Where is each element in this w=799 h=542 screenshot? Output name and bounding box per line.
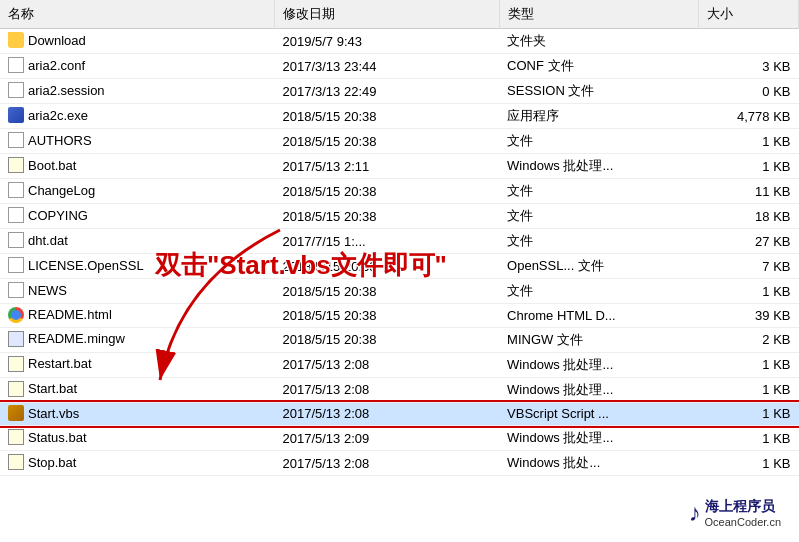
file-size: 1 KB (699, 352, 799, 377)
file-type: Windows 批处理... (499, 426, 699, 451)
table-row[interactable]: Start.vbs 2017/5/13 2:08 VBScript Script… (0, 402, 799, 426)
table-row[interactable]: aria2.conf 2017/3/13 23:44 CONF 文件 3 KB (0, 54, 799, 79)
file-name: Start.vbs (0, 402, 274, 426)
col-name-header[interactable]: 名称 (0, 0, 274, 29)
file-date: 2017/5/13 2:08 (274, 451, 499, 476)
file-size (699, 29, 799, 54)
col-date-header[interactable]: 修改日期 (274, 0, 499, 29)
file-type: Windows 批处理... (499, 377, 699, 402)
file-name: dht.dat (0, 229, 274, 254)
file-type: MINGW 文件 (499, 327, 699, 352)
file-icon-generic (8, 82, 24, 98)
file-size: 18 KB (699, 204, 799, 229)
file-icon-generic (8, 132, 24, 148)
file-icon-generic (8, 257, 24, 273)
table-row[interactable]: Stop.bat 2017/5/13 2:08 Windows 批处... 1 … (0, 451, 799, 476)
file-name: aria2.conf (0, 54, 274, 79)
file-type: Windows 批处... (499, 451, 699, 476)
file-type: OpenSSL... 文件 (499, 254, 699, 279)
file-size: 2 KB (699, 327, 799, 352)
file-size: 4,778 KB (699, 104, 799, 129)
file-size: 39 KB (699, 304, 799, 328)
table-row[interactable]: README.mingw 2018/5/15 20:38 MINGW 文件 2 … (0, 327, 799, 352)
file-icon-generic (8, 282, 24, 298)
file-date: 2018/5/15 20:38 (274, 254, 499, 279)
table-row[interactable]: Restart.bat 2017/5/13 2:08 Windows 批处理..… (0, 352, 799, 377)
file-type: CONF 文件 (499, 54, 699, 79)
file-date: 2017/5/13 2:09 (274, 426, 499, 451)
file-size: 1 KB (699, 377, 799, 402)
file-size: 1 KB (699, 451, 799, 476)
file-date: 2018/5/15 20:38 (274, 304, 499, 328)
table-row[interactable]: aria2c.exe 2018/5/15 20:38 应用程序 4,778 KB (0, 104, 799, 129)
file-explorer: 名称 修改日期 类型 大小 Download 2019/5/7 9:43 文件夹… (0, 0, 799, 542)
file-name: aria2c.exe (0, 104, 274, 129)
file-size: 3 KB (699, 54, 799, 79)
table-row[interactable]: Status.bat 2017/5/13 2:09 Windows 批处理...… (0, 426, 799, 451)
file-icon-bat (8, 454, 24, 470)
file-icon-bat (8, 157, 24, 173)
file-name: ChangeLog (0, 179, 274, 204)
file-date: 2017/5/13 2:11 (274, 154, 499, 179)
file-name: README.mingw (0, 327, 274, 352)
table-row[interactable]: Start.bat 2017/5/13 2:08 Windows 批处理... … (0, 377, 799, 402)
file-list: Download 2019/5/7 9:43 文件夹 aria2.conf 20… (0, 29, 799, 476)
file-date: 2017/3/13 22:49 (274, 79, 499, 104)
file-date: 2018/5/15 20:38 (274, 104, 499, 129)
file-type: Windows 批处理... (499, 352, 699, 377)
file-date: 2018/5/15 20:38 (274, 129, 499, 154)
file-name: Restart.bat (0, 352, 274, 377)
file-size: 7 KB (699, 254, 799, 279)
file-type: Chrome HTML D... (499, 304, 699, 328)
file-size: 1 KB (699, 154, 799, 179)
file-name: Start.bat (0, 377, 274, 402)
table-row[interactable]: NEWS 2018/5/15 20:38 文件 1 KB (0, 279, 799, 304)
table-row[interactable]: LICENSE.OpenSSL 2018/5/15 20:38 OpenSSL.… (0, 254, 799, 279)
file-icon-generic (8, 57, 24, 73)
table-row[interactable]: Boot.bat 2017/5/13 2:11 Windows 批处理... 1… (0, 154, 799, 179)
file-name: README.html (0, 304, 274, 328)
file-date: 2017/7/15 1:... (274, 229, 499, 254)
file-name: LICENSE.OpenSSL (0, 254, 274, 279)
file-name: NEWS (0, 279, 274, 304)
file-size: 1 KB (699, 129, 799, 154)
file-size: 27 KB (699, 229, 799, 254)
file-type: 文件 (499, 129, 699, 154)
table-row[interactable]: ChangeLog 2018/5/15 20:38 文件 11 KB (0, 179, 799, 204)
file-type: 文件 (499, 204, 699, 229)
table-row[interactable]: AUTHORS 2018/5/15 20:38 文件 1 KB (0, 129, 799, 154)
table-row[interactable]: dht.dat 2017/7/15 1:... 文件 27 KB (0, 229, 799, 254)
file-date: 2019/5/7 9:43 (274, 29, 499, 54)
file-icon-bat (8, 381, 24, 397)
file-name: COPYING (0, 204, 274, 229)
file-icon-folder (8, 32, 24, 48)
table-row[interactable]: COPYING 2018/5/15 20:38 文件 18 KB (0, 204, 799, 229)
file-name: Status.bat (0, 426, 274, 451)
file-icon-generic (8, 207, 24, 223)
file-icon-exe (8, 107, 24, 123)
table-header: 名称 修改日期 类型 大小 (0, 0, 799, 29)
file-type: 文件 (499, 279, 699, 304)
table-row[interactable]: aria2.session 2017/3/13 22:49 SESSION 文件… (0, 79, 799, 104)
col-type-header[interactable]: 类型 (499, 0, 699, 29)
file-date: 2018/5/15 20:38 (274, 179, 499, 204)
file-type: Windows 批处理... (499, 154, 699, 179)
file-name: AUTHORS (0, 129, 274, 154)
col-size-header[interactable]: 大小 (699, 0, 799, 29)
file-date: 2018/5/15 20:38 (274, 279, 499, 304)
file-icon-generic (8, 182, 24, 198)
table-row[interactable]: README.html 2018/5/15 20:38 Chrome HTML … (0, 304, 799, 328)
file-date: 2017/5/13 2:08 (274, 377, 499, 402)
file-icon-vbs (8, 405, 24, 421)
file-size: 1 KB (699, 402, 799, 426)
file-size: 11 KB (699, 179, 799, 204)
file-icon-bat (8, 429, 24, 445)
file-type: SESSION 文件 (499, 79, 699, 104)
file-icon-mingw (8, 331, 24, 347)
file-type: VBScript Script ... (499, 402, 699, 426)
file-date: 2017/5/13 2:08 (274, 402, 499, 426)
table-row[interactable]: Download 2019/5/7 9:43 文件夹 (0, 29, 799, 54)
file-type: 文件夹 (499, 29, 699, 54)
file-icon-chrome (8, 307, 24, 323)
file-type: 文件 (499, 179, 699, 204)
